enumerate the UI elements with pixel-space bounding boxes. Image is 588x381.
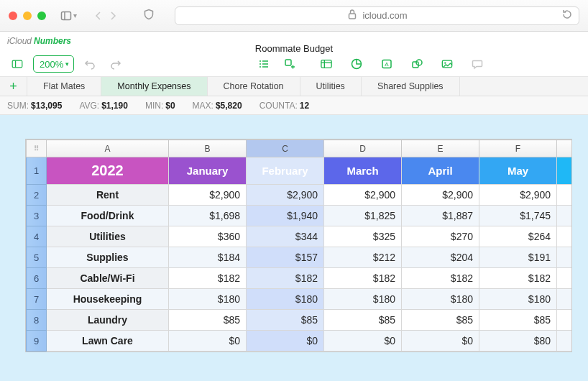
privacy-shield-icon[interactable] [143, 9, 155, 23]
spreadsheet-table[interactable]: ⠿ A B C D E F 1 2022 January February Ma… [26, 139, 571, 352]
cell[interactable]: $182 [247, 268, 324, 289]
spreadsheet-canvas[interactable]: ⠿ A B C D E F 1 2022 January February Ma… [0, 115, 588, 381]
chevron-down-icon[interactable]: ▾ [73, 12, 77, 19]
cell[interactable]: $1,698 [169, 206, 247, 226]
stat-avg[interactable]: AVG:$1,190 [79, 101, 128, 111]
comment-icon[interactable] [467, 55, 487, 73]
tab-monthly-expenses[interactable]: Monthly Expenses [101, 77, 207, 96]
cell-partial[interactable] [557, 206, 571, 226]
cell-label[interactable]: Laundry [47, 310, 169, 331]
cell-partial[interactable] [557, 310, 571, 331]
address-bar[interactable]: icloud.com [175, 6, 579, 25]
stat-sum[interactable]: SUM:$13,095 [7, 101, 62, 111]
cell[interactable]: $1,825 [324, 206, 402, 226]
cell[interactable]: $85 [169, 310, 247, 331]
cell-partial[interactable] [557, 268, 571, 289]
reload-icon[interactable] [561, 9, 573, 22]
cell[interactable]: $0 [324, 331, 402, 352]
redo-button[interactable] [106, 55, 126, 73]
cell-partial[interactable] [557, 289, 571, 310]
tab-utilities[interactable]: Utilities [300, 77, 362, 96]
cell[interactable]: $270 [402, 226, 479, 247]
cell[interactable]: $0 [169, 331, 247, 352]
col-header-partial[interactable] [557, 140, 571, 157]
cell-partial[interactable] [557, 226, 571, 247]
cell-label[interactable]: Utilities [47, 226, 169, 247]
cell[interactable]: $184 [169, 247, 247, 268]
cell[interactable]: $264 [479, 226, 557, 247]
select-all-corner[interactable]: ⠿ [27, 140, 47, 157]
zoom-window-button[interactable] [37, 12, 46, 20]
cell-month-feb[interactable]: February [247, 157, 324, 185]
cell[interactable]: $0 [402, 331, 479, 352]
cell-label[interactable]: Food/Drink [47, 206, 169, 226]
cell[interactable]: $180 [402, 289, 479, 310]
cell[interactable]: $85 [324, 310, 402, 331]
row-header[interactable]: 5 [27, 247, 47, 268]
cell[interactable]: $182 [402, 268, 479, 289]
cell[interactable]: $325 [324, 226, 402, 247]
stat-counta[interactable]: COUNTA:12 [259, 101, 309, 111]
tab-flat-mates[interactable]: Flat Mates [27, 77, 101, 96]
row-header-1[interactable]: 1 [27, 157, 47, 185]
cell[interactable]: $1,745 [479, 206, 557, 226]
document-title[interactable]: Roommate Budget [255, 43, 333, 54]
cell[interactable]: $2,900 [169, 185, 247, 206]
row-header[interactable]: 2 [27, 185, 47, 206]
cell-label[interactable]: Housekeeping [47, 289, 169, 310]
col-header-c[interactable]: C [247, 140, 324, 157]
row-header[interactable]: 6 [27, 268, 47, 289]
row-header[interactable]: 9 [27, 331, 47, 352]
cell[interactable]: $2,900 [479, 185, 557, 206]
add-sheet-button[interactable]: + [0, 77, 27, 96]
col-header-e[interactable]: E [402, 140, 479, 157]
col-header-a[interactable]: A [47, 140, 169, 157]
cell-month-mar[interactable]: March [324, 157, 402, 185]
cell[interactable]: $85 [247, 310, 324, 331]
cell[interactable]: $182 [169, 268, 247, 289]
cell-partial[interactable] [557, 247, 571, 268]
back-button[interactable] [93, 10, 104, 22]
tab-chore-rotation[interactable]: Chore Rotation [208, 77, 300, 96]
cell[interactable]: $2,900 [402, 185, 479, 206]
cell[interactable]: $80 [479, 331, 557, 352]
sidebar-icon[interactable] [60, 10, 72, 22]
forward-button[interactable] [107, 10, 119, 22]
cell[interactable]: $180 [324, 289, 402, 310]
cell-month-jan[interactable]: January [169, 157, 247, 185]
cell-month-partial[interactable] [557, 157, 571, 185]
cell-month-apr[interactable]: April [402, 157, 479, 185]
cell[interactable]: $204 [402, 247, 479, 268]
row-header[interactable]: 7 [27, 289, 47, 310]
app-branding[interactable]: iCloudNumbers [7, 36, 71, 46]
cell-label[interactable]: Lawn Care [47, 331, 169, 352]
cell[interactable]: $191 [479, 247, 557, 268]
cell-partial[interactable] [557, 185, 571, 206]
panel-toggle-icon[interactable] [7, 55, 27, 73]
insert-icon[interactable] [280, 55, 300, 73]
shape-icon[interactable] [407, 55, 427, 73]
cell[interactable]: $85 [479, 310, 557, 331]
cell[interactable]: $157 [247, 247, 324, 268]
tab-shared-supplies[interactable]: Shared Supplies [362, 77, 460, 96]
media-icon[interactable] [437, 55, 457, 73]
cell[interactable]: $1,940 [247, 206, 324, 226]
cell-partial[interactable] [557, 331, 571, 352]
row-header[interactable]: 4 [27, 226, 47, 247]
cell[interactable]: $180 [169, 289, 247, 310]
cell[interactable]: $344 [247, 226, 324, 247]
cell-label[interactable]: Rent [47, 185, 169, 206]
cell[interactable]: $180 [479, 289, 557, 310]
chart-icon[interactable] [346, 55, 367, 73]
close-window-button[interactable] [9, 12, 17, 20]
cell[interactable]: $182 [324, 268, 402, 289]
table-icon[interactable] [316, 55, 336, 73]
col-header-f[interactable]: F [479, 140, 557, 157]
minimize-window-button[interactable] [23, 12, 32, 20]
col-header-b[interactable]: B [169, 140, 247, 157]
stat-min[interactable]: MIN:$0 [145, 101, 175, 111]
zoom-selector[interactable]: 200% ▾ [33, 55, 74, 73]
cell[interactable]: $212 [324, 247, 402, 268]
undo-button[interactable] [80, 55, 100, 73]
cell-label[interactable]: Supplies [47, 247, 169, 268]
